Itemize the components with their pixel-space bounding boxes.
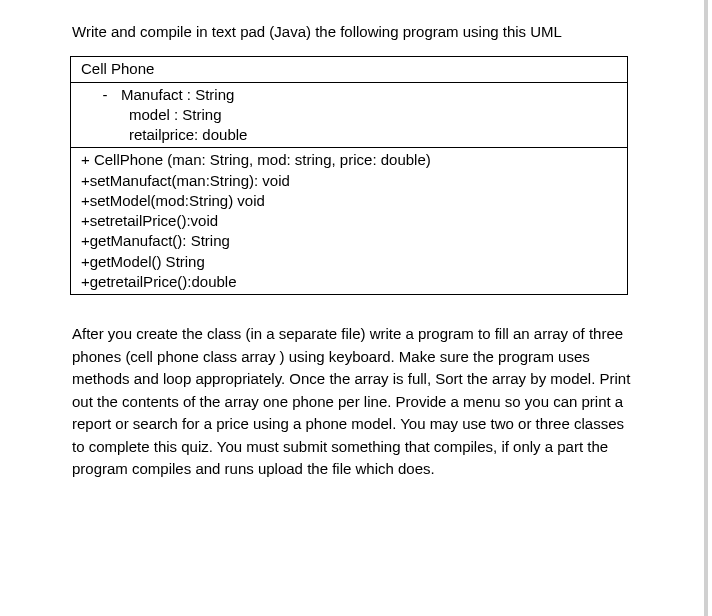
uml-method-text: + CellPhone (man: String, mod: string, p… bbox=[81, 150, 621, 170]
uml-visibility-dash: - bbox=[81, 85, 121, 105]
uml-methods-section: + CellPhone (man: String, mod: string, p… bbox=[71, 148, 627, 294]
uml-class-name: Cell Phone bbox=[71, 57, 627, 82]
document-page: Write and compile in text pad (Java) the… bbox=[0, 22, 712, 481]
uml-field-text: model : String bbox=[81, 105, 621, 125]
uml-method-text: +getretailPrice():double bbox=[81, 272, 621, 292]
uml-method-text: +setretailPrice():void bbox=[81, 211, 621, 231]
uml-field-text: Manufact : String bbox=[121, 85, 621, 105]
uml-method-text: +getManufact(): String bbox=[81, 231, 621, 251]
uml-method-text: +setModel(mod:String) void bbox=[81, 191, 621, 211]
intro-text: Write and compile in text pad (Java) the… bbox=[72, 22, 640, 42]
uml-field-row: - Manufact : String bbox=[81, 85, 621, 105]
uml-field-text: retailprice: double bbox=[81, 125, 621, 145]
uml-method-text: +getModel() String bbox=[81, 252, 621, 272]
page-edge-shadow bbox=[704, 0, 708, 616]
uml-fields-section: - Manufact : String model : String retai… bbox=[71, 83, 627, 149]
uml-method-text: +setManufact(man:String): void bbox=[81, 171, 621, 191]
instructions-text: After you create the class (in a separat… bbox=[72, 323, 640, 481]
uml-diagram: Cell Phone - Manufact : String model : S… bbox=[70, 56, 628, 295]
